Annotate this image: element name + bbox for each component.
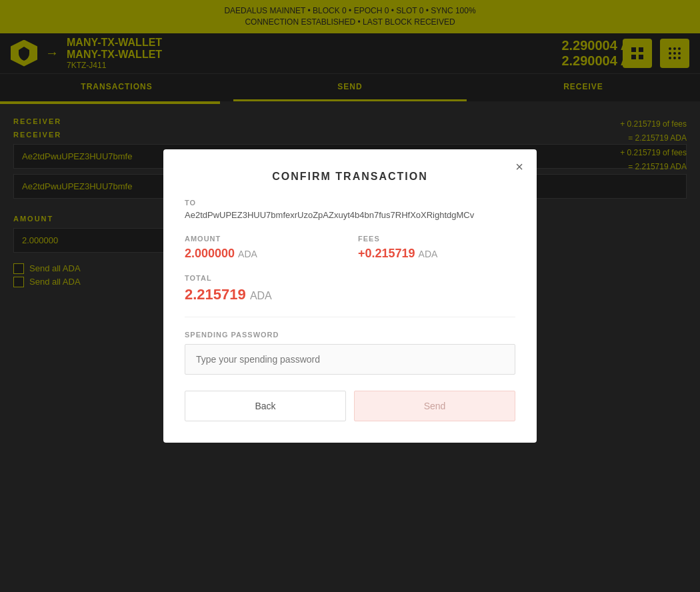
modal-overlay: CONFIRM TRANSACTION × TO Ae2tdPwUPEZ3HUU… [0, 0, 700, 592]
modal-close-button[interactable]: × [515, 160, 523, 173]
modal-buttons: Back Send [185, 391, 515, 421]
modal-amount-fees-row: AMOUNT 2.000000 ADA FEES +0.215719 ADA [185, 235, 515, 261]
send-button[interactable]: Send [354, 391, 515, 421]
modal-to-label: TO [185, 199, 515, 207]
modal-fees-value: +0.215719 ADA [358, 247, 515, 261]
modal-total-unit: ADA [250, 290, 272, 301]
modal-total-label: TOTAL [185, 274, 515, 282]
modal-fees-unit: ADA [419, 249, 438, 259]
spending-password-label: SPENDING PASSWORD [185, 331, 515, 339]
confirm-transaction-modal: CONFIRM TRANSACTION × TO Ae2tdPwUPEZ3HUU… [163, 149, 537, 443]
modal-amount-unit: ADA [238, 249, 257, 259]
spending-password-input[interactable] [185, 344, 515, 375]
modal-amount-value: 2.000000 ADA [185, 247, 342, 261]
back-button[interactable]: Back [185, 391, 346, 421]
modal-amount-label: AMOUNT [185, 235, 342, 243]
modal-amount-col: AMOUNT 2.000000 ADA [185, 235, 342, 261]
modal-fees-col: FEES +0.215719 ADA [358, 235, 515, 261]
modal-to-address: Ae2tdPwUPEZ3HUU7bmfexrUzoZpAZxuyt4b4bn7f… [185, 209, 515, 221]
modal-total-value: 2.215719 ADA [185, 286, 515, 303]
modal-divider [185, 317, 515, 317]
modal-title: CONFIRM TRANSACTION [185, 171, 515, 183]
modal-fees-label: FEES [358, 235, 515, 243]
